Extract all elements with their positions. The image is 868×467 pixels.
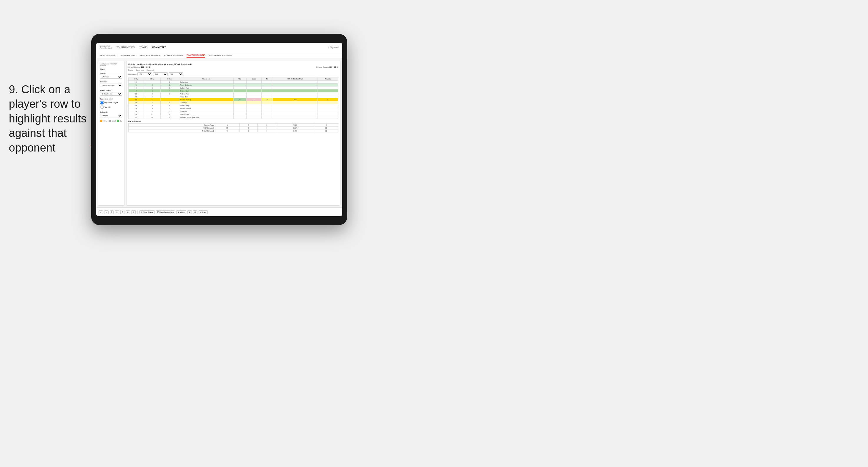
cell-tie: [261, 81, 273, 84]
sec-nav-team-h2h-heatmap[interactable]: TEAM H2H HEATMAP: [140, 53, 161, 58]
table-row[interactable]: 5 2 2 Alexis Sudjianto: [129, 84, 338, 87]
opponent-option2-radio[interactable]: [100, 105, 104, 109]
table-row[interactable]: 3 1 Esther Lee: [129, 81, 338, 84]
colour-legend: Down Level Up: [100, 120, 122, 122]
tablet-screen: SCOREBOARD Powered by clippd TOURNAMENTS…: [96, 43, 342, 216]
cell-diff: -3.00: [273, 98, 317, 101]
out-cell-diff: 9.267: [276, 127, 314, 129]
view-original-label: View: Original: [143, 211, 153, 213]
cell-tie: [261, 92, 273, 95]
conference-select[interactable]: (All): [153, 72, 168, 76]
table-row[interactable]: 19 10 6 Emily Chang: [129, 113, 338, 116]
main-content: Last Updated: 27/03/2024 16:55:38 Player…: [96, 59, 342, 208]
opponents-select-row: Opponents: (All) (All) (All): [128, 72, 183, 76]
forward-btn[interactable]: ⟫: [110, 210, 114, 214]
cell-rounds: [317, 107, 338, 110]
cut-btn[interactable]: ✂: [115, 210, 119, 214]
division-section: Division NCAA Division III: [100, 81, 122, 87]
out-table-row[interactable]: NAIA Division 1 15 0 0 9.267 30: [129, 127, 338, 129]
cell-win: [233, 95, 246, 98]
up-label: Up: [120, 120, 122, 122]
annotation-text: 9. Click on a player's row to highlight …: [9, 83, 88, 155]
redo-btn[interactable]: ↪: [104, 210, 108, 214]
opponent-option2-label[interactable]: Top 100: [100, 105, 122, 109]
table-row[interactable]: 18 2 2 Euna Lee: [129, 110, 338, 113]
cell-div: 3: [129, 81, 144, 84]
annotation-body: Click on a player's row to highlight res…: [9, 83, 87, 154]
undo-btn[interactable]: ↩: [99, 210, 103, 214]
cell-reg: 1: [144, 89, 161, 92]
sec-nav-team-summary[interactable]: TEAM SUMMARY: [100, 53, 117, 58]
cell-reg: [144, 81, 161, 84]
share-label: Share: [202, 211, 207, 213]
cell-rounds: [317, 89, 338, 92]
opponent-filter-label: Opponent: [147, 69, 154, 71]
save-icon: 💾: [157, 211, 159, 213]
data-table: # Div # Reg # Conf Opponent Win Loss Tie…: [128, 77, 338, 119]
cell-reg: 11: [144, 116, 161, 119]
cell-conf: 1: [161, 107, 179, 110]
cell-conf: 2: [161, 110, 179, 113]
region-filter: Region: [128, 69, 133, 71]
gender-select[interactable]: Women's: [100, 75, 122, 79]
nav-committee[interactable]: COMMITTEE: [152, 45, 166, 49]
paste-btn[interactable]: ⊕: [126, 210, 130, 214]
watch-btn[interactable]: 👁 Watch: [176, 210, 186, 214]
view-original-btn[interactable]: 👁 View: Original: [140, 210, 155, 214]
cell-rounds: [317, 81, 338, 84]
sec-nav-player-summary[interactable]: PLAYER SUMMARY: [164, 53, 183, 58]
opponent-option1-radio[interactable]: [100, 101, 104, 104]
table-row[interactable]: 16 9 1 Jessica Mason: [129, 107, 338, 110]
out-table-row[interactable]: NCAA Division 2 5 0 0 7.400 10: [129, 129, 338, 132]
opponent-select[interactable]: (All): [168, 72, 183, 76]
player-label: Player: [100, 68, 122, 70]
nav-teams[interactable]: TEAMS: [140, 45, 148, 49]
out-cell-loss: 0: [239, 127, 258, 129]
cell-conf: [161, 95, 179, 98]
table-row[interactable]: 6 1 3 Sydney Kuo: [129, 87, 338, 89]
cell-diff: [273, 95, 317, 98]
region-select[interactable]: (All): [137, 72, 152, 76]
sec-nav-player-h2h-heatmap[interactable]: PLAYER H2H HEATMAP: [209, 53, 231, 58]
copy-btn[interactable]: ⧉: [120, 210, 124, 214]
share-btn[interactable]: ↗ Share: [198, 210, 208, 214]
highlighted-row[interactable]: 13 1 Jessica Huang 0 1 0 -3.00 2: [129, 98, 338, 101]
share-icon: ↗: [200, 211, 202, 213]
tablet-frame: SCOREBOARD Powered by clippd TOURNAMENTS…: [91, 34, 347, 225]
out-cell-loss: 0: [239, 124, 258, 127]
col-reg: # Reg: [144, 77, 161, 81]
table-row[interactable]: 13 1 Haeju Hyun: [129, 95, 338, 98]
table-row[interactable]: 10 6 3 Andrea York: [129, 92, 338, 95]
cell-win: [233, 110, 246, 113]
player-rank-select[interactable]: 8. Katelyn Vo: [100, 92, 122, 96]
division-select[interactable]: NCAA Division III: [100, 84, 122, 87]
cell-name: Federica Domecq Lacroze: [179, 116, 233, 119]
right-panel: Katelyn Vo Head-to-Head Grid for Women's…: [126, 61, 340, 206]
out-cell-name: NAIA Division 1: [129, 127, 215, 129]
sec-nav-player-h2h-grid[interactable]: PLAYER H2H GRID: [187, 53, 205, 58]
table-row[interactable]: 14 7 4 Eunice Yi: [129, 101, 338, 104]
refresh-btn[interactable]: ⟳: [131, 210, 136, 214]
sec-nav-team-h2h-grid[interactable]: TEAM H2H GRID: [120, 53, 136, 58]
colour-by-select[interactable]: Win/loss: [100, 114, 122, 117]
cell-name: Euna Lee: [179, 110, 233, 113]
table-row[interactable]: 20 11 7 Federica Domecq Lacroze: [129, 116, 338, 119]
cell-diff: [273, 116, 317, 119]
out-table-row[interactable]: Foreign Team 1 0 0 4.500 2: [129, 124, 338, 127]
cell-win: [233, 81, 246, 84]
out-cell-loss: 0: [239, 129, 258, 132]
cell-loss: [246, 95, 261, 98]
cell-name: Eunice Yi: [179, 101, 233, 104]
sign-out-link[interactable]: Sign out: [330, 46, 339, 49]
grid-btn[interactable]: ⊟: [193, 210, 197, 214]
opponent-option1-label[interactable]: Opponents Played: [100, 101, 122, 104]
cell-name: Esther Lee: [179, 81, 233, 84]
layout-btn[interactable]: ⊞: [187, 210, 192, 214]
save-custom-btn[interactable]: 💾 Save Custom View: [156, 210, 175, 214]
cell-loss: [246, 89, 261, 92]
table-row[interactable]: 15 8 5 Stella Cheng: [129, 104, 338, 107]
cell-div: 20: [129, 116, 144, 119]
nav-tournaments[interactable]: TOURNAMENTS: [117, 45, 135, 49]
table-row[interactable]: 9 1 4 Sharon Mun: [129, 89, 338, 92]
cell-name: Alexis Sudjianto: [179, 84, 233, 87]
